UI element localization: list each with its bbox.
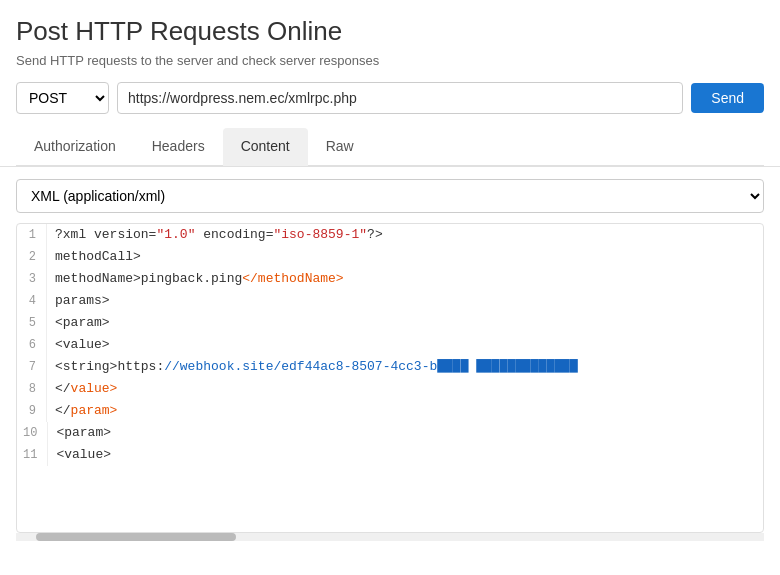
tab-raw[interactable]: Raw: [308, 128, 372, 166]
line-number: 3: [17, 268, 47, 290]
line-number: 10: [17, 422, 48, 444]
code-line: 4params>: [17, 290, 763, 312]
line-number: 5: [17, 312, 47, 334]
method-select[interactable]: POST GET PUT DELETE: [16, 82, 109, 114]
code-line: 8 </value>: [17, 378, 763, 400]
code-line: 7 <string>https://webhook.site/edf44ac8-…: [17, 356, 763, 378]
line-number: 7: [17, 356, 47, 378]
line-content: <param>: [55, 312, 763, 334]
line-content: ?xml version="1.0" encoding="iso-8859-1"…: [55, 224, 763, 246]
tab-content[interactable]: Content: [223, 128, 308, 166]
line-number: 4: [17, 290, 47, 312]
line-content: <value>: [56, 444, 763, 466]
line-content: methodName>pingback.ping</methodName>: [55, 268, 763, 290]
page-subtitle: Send HTTP requests to the server and che…: [16, 53, 764, 68]
tab-headers[interactable]: Headers: [134, 128, 223, 166]
line-number: 9: [17, 400, 47, 422]
main-content: XML (application/xml)JSON (application/j…: [0, 167, 780, 541]
code-editor[interactable]: 1?xml version="1.0" encoding="iso-8859-1…: [16, 223, 764, 533]
url-input[interactable]: [117, 82, 683, 114]
line-number: 8: [17, 378, 47, 400]
line-number: 11: [17, 444, 48, 466]
code-line: 3methodName>pingback.ping</methodName>: [17, 268, 763, 290]
page-title: Post HTTP Requests Online: [16, 16, 764, 47]
code-line: 6 <value>: [17, 334, 763, 356]
tabs-bar: Authorization Headers Content Raw: [16, 128, 764, 166]
line-content: <param>: [56, 422, 763, 444]
code-line: 5<param>: [17, 312, 763, 334]
line-content: </value>: [55, 378, 763, 400]
code-line: 2methodCall>: [17, 246, 763, 268]
line-content: <value>: [55, 334, 763, 356]
line-content: params>: [55, 290, 763, 312]
line-number: 1: [17, 224, 47, 246]
tab-authorization[interactable]: Authorization: [16, 128, 134, 166]
request-bar: POST GET PUT DELETE Send: [16, 82, 764, 114]
send-button[interactable]: Send: [691, 83, 764, 113]
horizontal-scrollbar[interactable]: [16, 533, 764, 541]
page-container: Post HTTP Requests Online Send HTTP requ…: [0, 0, 780, 167]
code-line: 11 <value>: [17, 444, 763, 466]
code-line: 10<param>: [17, 422, 763, 444]
code-line: 9</param>: [17, 400, 763, 422]
content-type-select[interactable]: XML (application/xml)JSON (application/j…: [16, 179, 764, 213]
line-content: </param>: [55, 400, 763, 422]
line-content: <string>https://webhook.site/edf44ac8-85…: [55, 356, 763, 378]
line-number: 6: [17, 334, 47, 356]
horizontal-scroll-thumb[interactable]: [36, 533, 236, 541]
line-number: 2: [17, 246, 47, 268]
code-line: 1?xml version="1.0" encoding="iso-8859-1…: [17, 224, 763, 246]
line-content: methodCall>: [55, 246, 763, 268]
